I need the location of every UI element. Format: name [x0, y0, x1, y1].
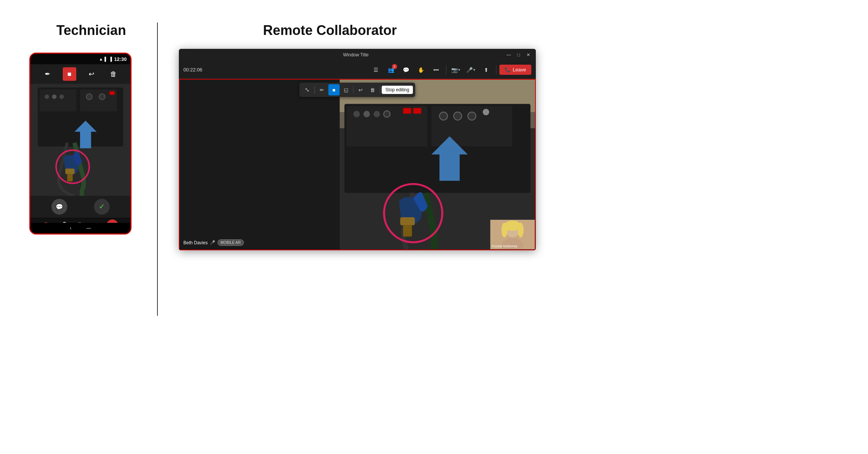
phone-draw-tool[interactable]: ✒ — [41, 67, 54, 81]
ann-delete-tool[interactable]: 🗑 — [367, 84, 378, 95]
svg-rect-9 — [109, 91, 115, 95]
chat-icon: 💬 — [56, 203, 63, 210]
svg-rect-24 — [403, 108, 411, 114]
svg-point-29 — [482, 109, 489, 115]
video-icon: 📷 — [451, 67, 458, 73]
svg-point-28 — [468, 112, 476, 120]
ann-cursor-tool[interactable]: ⤡ — [302, 84, 313, 95]
ann-rect-tool[interactable]: ■ — [328, 84, 340, 95]
mic-button[interactable]: 🎤 ▼ — [464, 63, 478, 77]
remote-collaborator-label: Remote Collaborator — [263, 23, 397, 38]
call-timer: 00:22:06 — [183, 67, 203, 73]
phone-delete-tool[interactable]: 🗑 — [107, 67, 120, 81]
menu-icon: ☰ — [374, 67, 378, 73]
mobile-ar-badge: MOBILE AR — [218, 239, 244, 246]
participant-mic-icon: 🎤 — [210, 240, 215, 245]
stop-editing-button[interactable]: Stop editing — [382, 86, 413, 94]
undo-icon: ↩ — [358, 87, 363, 93]
close-button[interactable]: ✕ — [525, 52, 531, 58]
phone-nav-bar: ‹ — — [30, 223, 130, 233]
section-divider — [157, 23, 158, 316]
phone-check-button[interactable]: ✓ — [94, 199, 110, 215]
technician-label: Technician — [56, 23, 126, 38]
hand-icon: ✋ — [418, 67, 424, 73]
video-button[interactable]: 📷 ▼ — [449, 63, 463, 77]
menu-button[interactable]: ☰ — [369, 63, 383, 77]
ann-separator-1 — [315, 86, 315, 94]
chat-button[interactable]: 💬 — [399, 63, 413, 77]
mic-icon: 🎤 — [466, 67, 473, 73]
svg-rect-25 — [413, 108, 421, 114]
svg-point-39 — [518, 223, 524, 238]
svg-point-5 — [52, 94, 57, 99]
cursor-icon: ⤡ — [305, 86, 310, 93]
rect-icon: ■ — [333, 87, 336, 93]
svg-rect-0 — [30, 84, 130, 196]
phone-annotation-toolbar: ✒ ■ ↩ 🗑 — [30, 64, 130, 84]
self-view-name: Krystal Mckinney — [492, 244, 517, 248]
svg-point-21 — [363, 111, 370, 117]
phone-chat-button[interactable]: 💬 — [51, 199, 67, 215]
svg-rect-3 — [80, 89, 117, 112]
ann-separator-2 — [353, 86, 354, 94]
meeting-content: ⤡ ✏ ■ ◱ ↩ 🗑 Sto — [179, 79, 536, 250]
participants-button[interactable]: 👥 2 — [384, 63, 398, 77]
svg-point-38 — [502, 223, 508, 238]
svg-point-27 — [454, 112, 462, 120]
share-icon: ⬆ — [484, 67, 488, 73]
svg-rect-1 — [38, 88, 123, 147]
phone-home-button[interactable]: — — [86, 225, 91, 231]
phone-color-tool[interactable]: ■ — [63, 67, 76, 81]
svg-rect-30 — [400, 217, 415, 225]
participants-badge: 2 — [392, 64, 397, 69]
self-view-thumbnail: Krystal Mckinney — [490, 219, 535, 250]
svg-point-13 — [56, 150, 89, 183]
phone-camera-area — [30, 84, 130, 196]
pen-icon: ✒ — [45, 70, 50, 78]
window-title: Window Title — [206, 52, 506, 58]
delete-icon: 🗑 — [370, 87, 375, 93]
main-video-area: Beth Davies 🎤 MOBILE AR — [179, 79, 536, 250]
phone-frame: ▲ ▌ ▐ 12:30 ✒ ■ ↩ 🗑 — [29, 53, 132, 235]
chat-icon: 💬 — [403, 67, 409, 73]
desktop-frame: Window Title — □ ✕ 00:22:06 ☰ 👥 2 💬 ✋ — [179, 49, 536, 250]
raise-hand-button[interactable]: ✋ — [414, 63, 428, 77]
svg-point-4 — [45, 94, 49, 99]
leave-phone-icon: 📞 — [505, 67, 511, 73]
svg-point-7 — [86, 94, 92, 100]
svg-marker-12 — [74, 121, 97, 148]
svg-point-22 — [374, 111, 380, 117]
phone-device: ▲ ▌ ▐ 12:30 ✒ ■ ↩ 🗑 — [29, 53, 132, 235]
maximize-button[interactable]: □ — [516, 52, 522, 58]
battery-icon: ▐ — [109, 57, 112, 61]
signal-icon: ▌ — [104, 57, 107, 61]
svg-point-23 — [384, 111, 390, 117]
more-icon: ••• — [433, 67, 439, 73]
share-button[interactable]: ⬆ — [479, 63, 493, 77]
stamp-icon: ◱ — [344, 87, 348, 93]
svg-point-8 — [99, 94, 105, 100]
svg-rect-10 — [65, 168, 75, 174]
phone-time: 12:30 — [114, 56, 127, 62]
phone-camera-svg — [30, 84, 130, 196]
more-options-button[interactable]: ••• — [429, 63, 443, 77]
ann-undo-tool[interactable]: ↩ — [355, 84, 366, 95]
phone-undo-tool[interactable]: ↩ — [85, 67, 98, 81]
meeting-toolbar: 00:22:06 ☰ 👥 2 💬 ✋ ••• 📷 ▼ — [179, 61, 536, 79]
check-icon: ✓ — [99, 203, 104, 211]
color-icon: ■ — [67, 70, 71, 78]
svg-rect-2 — [39, 89, 76, 112]
phone-back-button[interactable]: ‹ — [70, 225, 71, 231]
leave-button[interactable]: 📞 Leave — [499, 65, 531, 75]
svg-point-6 — [59, 94, 64, 99]
toolbar-separator-2 — [496, 65, 496, 74]
undo-icon: ↩ — [89, 70, 94, 78]
wifi-icon: ▲ — [99, 57, 103, 61]
ann-stamp-tool[interactable]: ◱ — [340, 84, 352, 95]
ann-separator-3 — [380, 86, 380, 94]
phone-status-icons: ▲ ▌ ▐ — [99, 57, 112, 61]
ann-pen-tool[interactable]: ✏ — [316, 84, 328, 95]
delete-icon: 🗑 — [110, 70, 117, 78]
minimize-button[interactable]: — — [506, 52, 512, 58]
svg-point-26 — [439, 112, 448, 120]
